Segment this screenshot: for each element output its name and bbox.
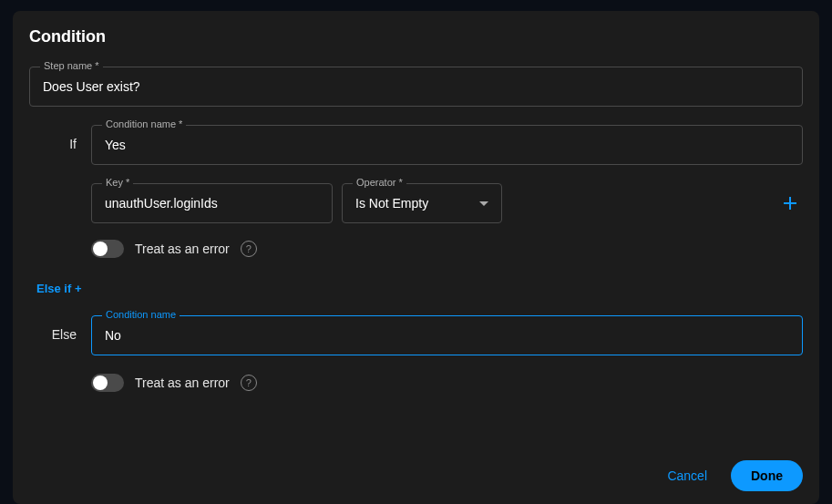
- plus-icon: [782, 195, 798, 211]
- help-icon[interactable]: ?: [241, 241, 257, 257]
- operator-field: Operator * Is Not Empty: [342, 183, 502, 223]
- if-condition-name-label: Condition name *: [102, 118, 186, 129]
- condition-modal: Condition Step name * If Condition name …: [13, 11, 819, 504]
- modal-title: Condition: [29, 27, 803, 46]
- key-field: Key *: [91, 183, 333, 223]
- if-error-toggle[interactable]: [91, 240, 124, 258]
- key-operator-row: Key * Operator * Is Not Empty: [91, 183, 803, 223]
- else-label: Else: [29, 315, 77, 342]
- chevron-down-icon: [479, 201, 488, 206]
- if-error-toggle-row: Treat as an error ?: [91, 240, 803, 258]
- key-label: Key *: [102, 177, 133, 188]
- toggle-knob: [93, 242, 108, 256]
- if-label: If: [29, 125, 77, 151]
- help-icon[interactable]: ?: [241, 375, 257, 391]
- done-button[interactable]: Done: [731, 460, 803, 491]
- else-if-link[interactable]: Else if +: [36, 282, 803, 295]
- step-name-label: Step name *: [40, 60, 103, 71]
- operator-select[interactable]: Is Not Empty: [342, 183, 502, 223]
- else-error-toggle-row: Treat as an error ?: [91, 374, 803, 392]
- if-condition-name-input[interactable]: [91, 125, 803, 165]
- else-section: Else Condition name Treat as an error ?: [29, 315, 803, 399]
- cancel-button[interactable]: Cancel: [656, 461, 718, 490]
- else-condition-name-label: Condition name: [102, 309, 180, 320]
- add-condition-button[interactable]: [777, 190, 803, 216]
- if-error-label: Treat as an error: [135, 242, 230, 256]
- toggle-knob: [93, 375, 108, 390]
- step-name-field: Step name *: [29, 67, 803, 107]
- else-error-toggle[interactable]: [91, 374, 124, 392]
- if-condition-name-field: Condition name *: [91, 125, 803, 165]
- else-condition-name-field: Condition name: [91, 315, 803, 355]
- step-name-input[interactable]: [29, 67, 803, 107]
- else-condition-name-input[interactable]: [91, 315, 803, 355]
- operator-value: Is Not Empty: [355, 196, 428, 211]
- operator-label: Operator *: [353, 177, 406, 188]
- if-section: If Condition name * Key * Operator * Is …: [29, 125, 803, 265]
- key-input[interactable]: [91, 183, 333, 223]
- modal-footer: Cancel Done: [29, 446, 803, 491]
- else-error-label: Treat as an error: [135, 375, 230, 390]
